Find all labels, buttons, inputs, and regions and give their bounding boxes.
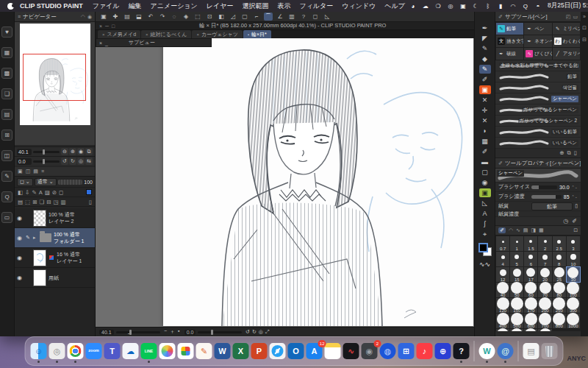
menu-item[interactable]: フィルター <box>299 1 333 11</box>
dock-app-icon[interactable]: ⊞ <box>398 343 415 359</box>
layer-thumbnail[interactable] <box>33 269 46 286</box>
statusbar-rotate-button[interactable]: ↻ <box>251 329 257 335</box>
brush-size-cell[interactable]: 800 <box>553 314 566 328</box>
layer-command-icon[interactable]: ▥ <box>61 199 66 205</box>
navigator-zoom-value[interactable]: 40.1 <box>17 149 32 155</box>
dock-app-icon[interactable]: ☁ <box>123 343 139 359</box>
brush-size-cell[interactable]: 700 <box>538 314 551 328</box>
layer-toggle-icon[interactable]: ⊘ <box>52 189 57 196</box>
statusbar-zoom-button[interactable]: − <box>162 328 169 336</box>
layer-opacity-value[interactable]: 100 <box>84 180 93 185</box>
navigator-rotation-value[interactable]: 0.0 <box>17 158 32 165</box>
decoration-tool-1[interactable]: ✕ <box>479 96 491 105</box>
navigator-zoom-slider[interactable] <box>33 151 60 153</box>
dock-app-icon[interactable]: X <box>233 343 249 359</box>
brush-size-cell[interactable]: 10 <box>567 252 580 266</box>
subtool-header-icon[interactable]: ▭ <box>573 14 578 20</box>
property-slider[interactable] <box>531 185 557 189</box>
brush-size-cell[interactable]: 200 <box>538 298 551 313</box>
brush-size-cell[interactable]: 80 <box>553 283 566 297</box>
dock-app-icon[interactable]: @ <box>498 343 514 359</box>
spinner-arrows-icon[interactable]: ⌃⌄ <box>572 185 578 188</box>
dock-app-icon[interactable]: A12 <box>306 343 323 359</box>
navigator-rotation-slider[interactable] <box>33 160 60 163</box>
lasso-tool[interactable]: ◺ <box>479 199 491 208</box>
open-file[interactable]: ▤ <box>123 13 132 21</box>
brush-size-cell[interactable]: 3 <box>567 236 580 251</box>
dock-app-icon[interactable]: W <box>479 343 495 359</box>
dock-app-icon[interactable]: ◎ <box>49 343 65 359</box>
dock-app-icon[interactable] <box>159 343 176 359</box>
subtool-cell[interactable]: ✒ネオンペ <box>524 35 551 47</box>
chat-status-icon[interactable]: ❍ <box>434 3 442 10</box>
dock-app-icon[interactable] <box>270 343 286 359</box>
navigator-tab-icon[interactable]: ◉ <box>87 14 92 20</box>
dock-app-icon[interactable]: O <box>288 343 304 359</box>
layer-command-icon[interactable]: ⬚ <box>25 199 30 205</box>
brush-size-cell[interactable]: 250 <box>553 298 566 313</box>
brush-size-cell[interactable]: 15 <box>510 267 523 282</box>
menu-item[interactable]: ヘルプ <box>384 1 405 11</box>
layer-color-chip[interactable] <box>86 189 92 195</box>
menu-item[interactable]: 編集 <box>129 1 142 11</box>
dock-app-icon[interactable]: ? <box>453 343 470 359</box>
tab-close-icon[interactable]: • <box>248 32 249 37</box>
navigator-thumbnail[interactable] <box>20 24 90 125</box>
brush-size-cell[interactable]: 1000 <box>567 314 580 328</box>
brush-list-item[interactable]: ガサってなるシャーペン 2 <box>495 116 581 127</box>
brush-size-cell[interactable]: 300 <box>567 298 580 313</box>
dock-app-icon[interactable]: zoom <box>86 343 102 359</box>
brush-size-cell[interactable]: 40 <box>496 283 509 297</box>
extra-tool-2[interactable]: ◺ <box>323 13 331 21</box>
new-file[interactable]: ✚ <box>111 13 120 21</box>
brush-list-action-icon[interactable]: ⧉ <box>567 149 571 157</box>
pen-tool[interactable]: ✎ <box>479 65 491 74</box>
brush-size-cell[interactable]: 60 <box>524 283 537 297</box>
battery-status-icon[interactable]: ▮ <box>497 3 504 10</box>
palette-corner-icon[interactable]: ⊡ <box>573 227 578 233</box>
clip-logo[interactable]: ▣ <box>99 13 108 21</box>
dock-app-icon[interactable]: P <box>251 343 268 359</box>
layer-panel-tab-icon[interactable]: ▣ <box>18 169 23 174</box>
canvas-tab[interactable]: ×スメ男メイd <box>98 30 140 38</box>
visibility-eye-icon[interactable]: ◉ <box>17 235 24 241</box>
operation-tool[interactable]: ✒ <box>479 24 491 32</box>
layer-toggle-icon[interactable]: ⇩ <box>25 189 29 196</box>
navigator-zoom-button[interactable]: ◉ <box>77 148 85 155</box>
blend-tool[interactable]: ◗ <box>479 127 491 135</box>
eraser-hard-tool[interactable]: ◤ <box>479 34 491 43</box>
window-minimize-button[interactable]: ─ <box>105 24 109 29</box>
dock-app-icon[interactable] <box>178 343 194 359</box>
brush-list-item[interactable]: いいる鉛筆 <box>495 127 581 138</box>
window-close-button[interactable]: × <box>99 24 102 29</box>
dock-app-icon[interactable]: ✎ <box>196 343 212 359</box>
text-tool[interactable]: A <box>479 209 491 218</box>
navigator-rotate-button[interactable]: ⇆ <box>85 158 93 165</box>
subview-close-icon[interactable]: × <box>99 40 102 46</box>
dock-app-icon[interactable]: ◉2 <box>362 343 378 359</box>
layer-shape-combo[interactable]: ◻ ⌄ <box>17 178 33 186</box>
brush-size-cell[interactable]: 0.7 <box>496 236 509 251</box>
bucket-tool[interactable]: ▣ <box>479 85 491 94</box>
layer-toggle-icon[interactable]: ▨ <box>45 189 50 196</box>
subtool-cell[interactable]: ✎ミリペン <box>553 23 580 35</box>
decoration-tool-2[interactable]: ✛ <box>479 106 491 115</box>
selection-ellipse-tool[interactable]: ◉ <box>479 178 491 187</box>
menu-item[interactable]: アニメーション <box>151 1 198 11</box>
brush-size-cell[interactable] <box>510 329 523 331</box>
brush-size-cell[interactable]: 30 <box>567 267 580 282</box>
menu-item[interactable]: レイヤー <box>207 1 234 11</box>
brush-list-item[interactable]: いいるペン <box>495 138 581 149</box>
layer-panel-tab-icon[interactable]: ≡ <box>41 169 44 174</box>
brush-size-cell[interactable]: 150 <box>510 298 523 313</box>
layer-opacity-slider[interactable] <box>58 180 83 185</box>
airbrush-tool[interactable]: ✐ <box>479 147 491 156</box>
search-panel-icon[interactable]: Q <box>1 191 12 202</box>
brush-size-cell[interactable] <box>496 329 509 331</box>
panel-collapse-icon[interactable]: » <box>583 14 586 19</box>
select-invert[interactable]: ◈ <box>182 13 190 21</box>
crop[interactable]: ⊡ <box>205 13 214 21</box>
paper-texture-button[interactable]: 鉛筆 <box>531 202 573 210</box>
layer-row[interactable]: ◉ ✎ ▸ 100 % 通常フォルダー 1 <box>15 228 95 248</box>
flip-view[interactable]: ◧ <box>217 13 226 21</box>
